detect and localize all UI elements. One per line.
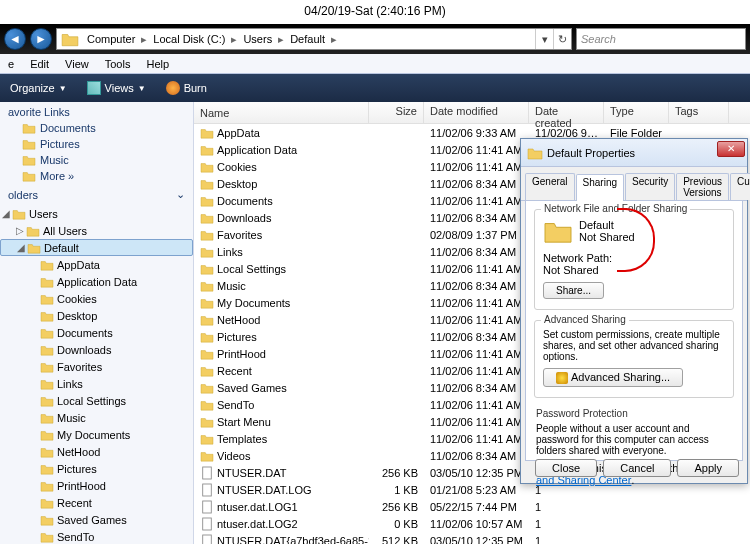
breadcrumb[interactable]: Computer▸ Local Disk (C:)▸ Users▸ Defaul… [56,28,572,50]
list-item[interactable]: ntuser.dat.LOG20 KB11/02/06 10:57 AM1 [194,515,750,532]
folder-icon [200,364,214,378]
menu-edit[interactable]: Edit [22,58,57,70]
crumb-item[interactable]: Default [286,33,329,45]
col-name[interactable]: Name [194,102,369,123]
history-dropdown[interactable]: ▾ [535,29,553,49]
tree-item[interactable]: ◢Default [0,239,193,256]
crumb-item[interactable]: Computer [83,33,139,45]
tree-item[interactable]: ▷All Users [0,222,193,239]
favorite-link[interactable]: Pictures [0,136,193,152]
col-type[interactable]: Type [604,102,669,123]
folder-icon [200,381,214,395]
list-item[interactable]: NTUSER.DAT{a7bdf3ed-6a85-11db-b5a...512 … [194,532,750,544]
tree-item[interactable]: AppData [0,256,193,273]
chevron-right-icon: ▸ [329,33,339,46]
tree-item[interactable]: Music [0,409,193,426]
file-icon [200,517,214,531]
tab-customize[interactable]: Customize [730,173,750,200]
close-button[interactable]: ✕ [717,141,745,157]
tree-item[interactable]: PrintHood [0,477,193,494]
svg-rect-2 [203,501,212,513]
col-modified[interactable]: Date modified [424,102,529,123]
tree-item[interactable]: Pictures [0,460,193,477]
favorite-link[interactable]: Documents [0,120,193,136]
favorite-link[interactable]: Music [0,152,193,168]
folder-icon [200,398,214,412]
menu-bar: e Edit View Tools Help [0,54,750,74]
col-tags[interactable]: Tags [669,102,729,123]
menu-help[interactable]: Help [138,58,177,70]
folder-icon [200,296,214,310]
tree-item[interactable]: Links [0,375,193,392]
tree-item[interactable]: SendTo [0,528,193,544]
menu-tools[interactable]: Tools [97,58,139,70]
chevron-right-icon: ▸ [139,33,149,46]
expand-icon[interactable]: ◢ [0,208,12,219]
expand-icon[interactable]: ▷ [14,225,26,236]
tab-security[interactable]: Security [625,173,675,200]
folder-icon [200,194,214,208]
tab-strip: General Sharing Security Previous Versio… [521,167,747,201]
back-button[interactable]: ◄ [4,28,26,50]
file-icon [200,466,214,480]
svg-rect-3 [203,518,212,530]
close-dialog-button[interactable]: Close [535,459,597,477]
favorites-header: avorite Links [0,102,193,120]
folder-icon [200,330,214,344]
advanced-sharing-button[interactable]: Advanced Sharing... [543,368,683,387]
folder-icon [200,279,214,293]
password-desc: People without a user account and passwo… [536,423,732,456]
apply-button[interactable]: Apply [677,459,739,477]
svg-rect-1 [203,484,212,496]
cancel-button[interactable]: Cancel [603,459,671,477]
folders-header[interactable]: olders⌄ [0,184,193,203]
tree-item[interactable]: Downloads [0,341,193,358]
expand-icon[interactable]: ◢ [15,242,27,253]
tab-previous-versions[interactable]: Previous Versions [676,173,729,200]
favorite-link[interactable]: More » [0,168,193,184]
tab-sharing[interactable]: Sharing [576,174,624,201]
views-button[interactable]: Views▼ [77,74,156,102]
list-item[interactable]: ntuser.dat.LOG1256 KB05/22/15 7:44 PM1 [194,498,750,515]
tree-item[interactable]: Desktop [0,307,193,324]
tree-item[interactable]: Saved Games [0,511,193,528]
menu-view[interactable]: View [57,58,97,70]
col-created[interactable]: Date created [529,102,604,123]
folder-large-icon [543,218,573,244]
tree-item[interactable]: ◢Users [0,205,193,222]
burn-button[interactable]: Burn [156,74,217,102]
col-size[interactable]: Size [369,102,424,123]
advanced-desc: Set custom permissions, create multiple … [543,329,725,362]
dialog-title: Default Properties [547,147,635,159]
crumb-item[interactable]: Users [239,33,276,45]
group-label: Password Protection [536,408,732,419]
refresh-button[interactable]: ↻ [553,29,571,49]
group-label: Network File and Folder Sharing [541,203,690,214]
tree-item[interactable]: NetHood [0,443,193,460]
svg-rect-0 [203,467,212,479]
network-sharing-group: Network File and Folder Sharing Default … [534,209,734,310]
properties-dialog: Default Properties ✕ General Sharing Sec… [520,138,748,484]
forward-button[interactable]: ► [30,28,52,50]
crumb-item[interactable]: Local Disk (C:) [149,33,229,45]
menu-file[interactable]: e [0,58,22,70]
tree-item[interactable]: Application Data [0,273,193,290]
dialog-titlebar[interactable]: Default Properties ✕ [521,139,747,167]
tree-item[interactable]: Local Settings [0,392,193,409]
shield-icon [556,372,568,384]
tree-item[interactable]: Favorites [0,358,193,375]
folder-icon [200,228,214,242]
share-button[interactable]: Share... [543,282,604,299]
folder-icon [200,211,214,225]
folder-icon [200,432,214,446]
address-bar: ◄ ► Computer▸ Local Disk (C:)▸ Users▸ De… [0,24,750,54]
search-input[interactable]: Search [576,28,746,50]
file-icon [200,500,214,514]
tree-item[interactable]: Cookies [0,290,193,307]
tree-item[interactable]: Recent [0,494,193,511]
tab-general[interactable]: General [525,173,575,200]
tree-item[interactable]: Documents [0,324,193,341]
tree-item[interactable]: My Documents [0,426,193,443]
organize-button[interactable]: Organize▼ [0,74,77,102]
file-icon [200,483,214,497]
